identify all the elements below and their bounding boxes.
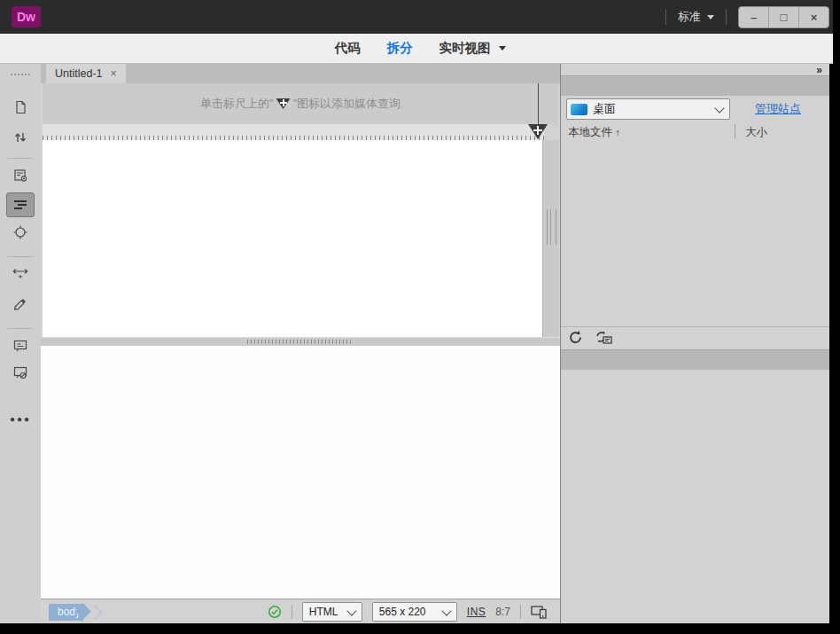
hint-text-suffix: "图标以添加媒体查询 xyxy=(293,96,401,112)
status-bar: body HTML 565 x 220 INS 8:7 xyxy=(41,599,560,624)
document-tab[interactable]: Untitled-1 × xyxy=(46,64,126,83)
file-list-header: 本地文件 ↑ 大小 xyxy=(561,124,829,140)
comment-bubble-icon xyxy=(13,340,28,353)
horizontal-ruler[interactable] xyxy=(43,124,544,141)
titlebar-right: 标准 – □ × xyxy=(654,6,840,28)
desktop-icon xyxy=(571,104,587,115)
close-tab-icon[interactable]: × xyxy=(111,67,117,80)
window-edge xyxy=(833,0,840,634)
column-divider xyxy=(735,124,735,138)
comment-slash-icon xyxy=(13,366,28,380)
site-select[interactable]: 桌面 xyxy=(566,98,730,120)
cursor-position: 8:7 xyxy=(495,606,510,618)
code-view-button[interactable]: 代码 xyxy=(335,40,361,57)
add-media-query-icon xyxy=(276,98,291,109)
media-query-hint-bar: 单击标尺上的" "图标以添加媒体查询 xyxy=(43,83,558,124)
format-lines-icon xyxy=(13,200,27,210)
local-files-column[interactable]: 本地文件 ↑ xyxy=(568,125,620,140)
viewport-resize-handle[interactable] xyxy=(547,209,556,245)
refresh-icon[interactable] xyxy=(568,330,583,345)
files-panel-tools xyxy=(568,330,612,345)
window-size-value: 565 x 220 xyxy=(379,606,426,618)
width-asterisk-icon: * xyxy=(12,268,28,284)
live-view-label: 实时视图 xyxy=(439,40,491,57)
site-row: 桌面 管理站点 xyxy=(566,99,825,119)
collapse-panels-icon[interactable]: » xyxy=(816,64,821,76)
up-down-arrows-icon xyxy=(13,130,27,145)
doc-type-value: HTML xyxy=(309,606,338,618)
file-management-button[interactable] xyxy=(7,126,34,149)
site-select-value: 桌面 xyxy=(593,101,711,117)
document-tab-bar: Untitled-1 × xyxy=(41,64,560,83)
workspace-label: 标准 xyxy=(678,9,701,25)
divider xyxy=(520,605,521,619)
local-files-label: 本地文件 xyxy=(568,126,612,138)
hint-text-prefix: 单击标尺上的" xyxy=(200,96,274,112)
divider xyxy=(8,256,33,257)
window-size-select[interactable]: 565 x 220 xyxy=(372,602,457,622)
close-button[interactable]: × xyxy=(798,7,828,27)
right-panel: » 桌面 管理站点 本地文件 ↑ 大小 xyxy=(560,64,829,623)
maximize-button[interactable]: □ xyxy=(768,7,798,27)
inspect-button[interactable] xyxy=(7,221,34,244)
realtime-preview-icon[interactable] xyxy=(531,606,548,619)
divider xyxy=(292,605,292,619)
chevron-down-icon xyxy=(499,46,506,51)
format-source-button[interactable] xyxy=(6,192,35,217)
chevron-down-icon xyxy=(441,606,451,615)
apply-comment-button[interactable] xyxy=(7,334,34,357)
window-edge xyxy=(0,623,840,634)
target-icon xyxy=(13,225,27,239)
svg-text:*: * xyxy=(19,273,23,284)
check-out-files-icon[interactable] xyxy=(595,330,612,345)
chevron-down-icon xyxy=(346,606,356,615)
divider xyxy=(726,9,727,25)
dreamweaver-window: Dw 标准 – □ × 代码 拆分 实时视图 xyxy=(0,0,840,634)
panel-tab-bar xyxy=(561,75,829,96)
title-bar: Dw 标准 – □ × xyxy=(0,0,840,34)
viewport-edge-line xyxy=(538,83,539,128)
document-eye-icon xyxy=(13,168,28,183)
design-surface[interactable] xyxy=(43,140,542,337)
open-documents-button[interactable] xyxy=(7,96,34,119)
divider xyxy=(665,9,666,25)
dreamweaver-logo: Dw xyxy=(12,6,41,27)
more-options-button[interactable]: ●●● xyxy=(7,407,34,430)
design-right-gutter xyxy=(542,140,559,337)
toolbar-grip-handle[interactable] xyxy=(11,74,30,78)
remove-comment-button[interactable] xyxy=(7,361,34,384)
split-view-button[interactable]: 拆分 xyxy=(387,40,413,57)
window-controls: – □ × xyxy=(738,6,829,28)
sort-ascending-icon: ↑ xyxy=(615,127,620,137)
lint-ok-icon xyxy=(268,605,282,619)
document-tab-title: Untitled-1 xyxy=(55,67,103,80)
status-bar-controls: HTML 565 x 220 INS 8:7 xyxy=(268,602,548,622)
code-brush-icon xyxy=(13,297,28,311)
chevron-down-icon xyxy=(707,15,714,20)
insert-mode-toggle[interactable]: INS xyxy=(467,606,486,618)
divider xyxy=(561,326,829,327)
chevron-down-icon xyxy=(714,103,724,113)
minimize-button[interactable]: – xyxy=(739,7,768,27)
workspace-switcher[interactable]: 标准 xyxy=(678,9,714,25)
common-toolbar: * ●●● xyxy=(0,64,42,623)
divider xyxy=(8,158,33,159)
live-code-button[interactable] xyxy=(7,164,34,187)
live-view-button[interactable]: 实时视图 xyxy=(439,40,506,57)
divider xyxy=(8,328,33,329)
doc-type-select[interactable]: HTML xyxy=(302,602,362,622)
dom-panel-tab-bar xyxy=(561,349,829,370)
document-area: Untitled-1 × 单击标尺上的" "图标以添加媒体查询 body xyxy=(41,64,560,623)
tag-selector-body[interactable]: body xyxy=(49,604,83,621)
document-icon xyxy=(13,100,27,114)
size-column[interactable]: 大小 xyxy=(745,125,767,140)
code-editor[interactable] xyxy=(41,346,560,602)
view-mode-toolbar: 代码 拆分 实时视图 xyxy=(0,34,840,64)
code-cleanup-button[interactable] xyxy=(7,293,34,316)
ellipsis-icon: ●●● xyxy=(10,414,31,424)
manage-sites-link[interactable]: 管理站点 xyxy=(755,101,801,117)
position-assist-button[interactable]: * xyxy=(7,264,34,287)
